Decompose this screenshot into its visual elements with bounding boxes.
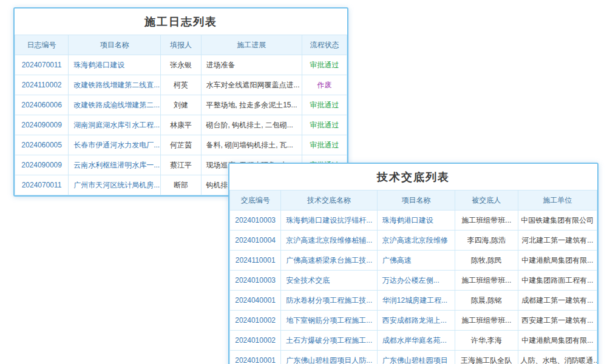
disclosure-id-link[interactable]: 2024010003 <box>230 271 281 291</box>
disclosure-project-link[interactable]: 成都水岸华庭名苑... <box>377 331 455 351</box>
disclosure-project-link[interactable]: 珠海鹤港口建设 <box>377 211 455 231</box>
disclosure-project-link[interactable]: 华润12城房建工程... <box>377 291 455 311</box>
disclosure-row: 2024010002 土石方爆破分项工程施工... 成都水岸华庭名苑... 许华… <box>230 331 597 351</box>
log-project-link[interactable]: 长春市伊通河水力发电厂... <box>69 135 161 155</box>
disclosure-unit-cell: 中建集团路面工程有... <box>518 271 597 291</box>
log-id-link[interactable]: 2024110002 <box>15 75 69 95</box>
status-badge: 审批通过 <box>310 121 339 129</box>
construction-log-title: 施工日志列表 <box>15 8 347 35</box>
disclosure-project-link[interactable]: 广东佛山碧桂园项目 <box>377 351 455 364</box>
tech-disclosure-panel: 技术交底列表 交底编号 技术交底名称 项目名称 被交底人 施工单位 202401… <box>228 163 599 364</box>
disclosure-name-link[interactable]: 广东佛山碧桂园项目人防... <box>281 351 378 364</box>
disclosure-receiver-cell: 王海施工队全队 <box>455 351 518 364</box>
disclosure-id-link[interactable]: 2024040001 <box>230 291 281 311</box>
disclosure-name-link[interactable]: 安全技术交底 <box>281 271 378 291</box>
status-badge: 审批通过 <box>310 61 339 69</box>
disclosure-header-row: 交底编号 技术交底名称 项目名称 被交底人 施工单位 <box>230 190 597 211</box>
log-row: 2024060005 长春市伊通河水力发电厂... 何芷茵 备料, 砌间墙钩机排… <box>15 135 347 155</box>
disclosure-name-link[interactable]: 广佛高速桥梁承台施工技... <box>281 251 378 271</box>
log-id-link[interactable]: 2024070011 <box>15 175 69 195</box>
disclosure-name-link[interactable]: 土石方爆破分项工程施工... <box>281 331 378 351</box>
status-badge: 作废 <box>317 81 331 89</box>
col-header-disclosure-project: 项目名称 <box>377 190 455 211</box>
disclosure-id-link[interactable]: 2024010002 <box>230 311 281 331</box>
disclosure-project-link[interactable]: 京沪高速北京段维修 <box>377 231 455 251</box>
disclosure-row: 2024010003 珠海鹤港口建设抗浮锚杆... 珠海鹤港口建设 施工班组带班… <box>230 211 597 231</box>
disclosure-receiver-cell: 许华,李海 <box>455 331 518 351</box>
log-reporter-cell: 断部 <box>161 175 201 195</box>
log-reporter-cell: 林康平 <box>161 115 201 135</box>
disclosure-receiver-cell: 施工班组带班... <box>455 311 518 331</box>
log-id-link[interactable]: 2024090009 <box>15 155 69 175</box>
disclosure-name-link[interactable]: 珠海鹤港口建设抗浮锚杆... <box>281 211 378 231</box>
disclosure-row: 2024010001 广东佛山碧桂园项目人防... 广东佛山碧桂园项目 王海施工… <box>230 351 597 364</box>
log-project-link[interactable]: 改建铁路线增建第二线直... <box>69 75 161 95</box>
disclosure-row: 2024010002 地下室钢筋分项工程施工... 西安成都路龙湖上... 施工… <box>230 311 597 331</box>
disclosure-project-link[interactable]: 西安成都路龙湖上... <box>377 311 455 331</box>
log-project-link[interactable]: 改建铁路成渝线增建第二... <box>69 95 161 115</box>
log-project-link[interactable]: 珠海鹤港口建设 <box>69 55 161 75</box>
disclosure-id-link[interactable]: 2024010002 <box>230 331 281 351</box>
disclosure-row: 2024010004 京沪高速北京段维修桩辅... 京沪高速北京段维修 李四海,… <box>230 231 597 251</box>
log-id-link[interactable]: 2024060005 <box>15 135 69 155</box>
disclosure-receiver-cell: 李四海,陈浩 <box>455 231 518 251</box>
disclosure-id-link[interactable]: 2024010004 <box>230 231 281 251</box>
log-progress-cell: 进场准备 <box>201 55 302 75</box>
log-reporter-cell: 刘健 <box>161 95 201 115</box>
log-reporter-cell: 蔡江平 <box>161 155 201 175</box>
log-status-cell: 审批通过 <box>302 55 347 75</box>
disclosure-project-link[interactable]: 广佛高速 <box>377 251 455 271</box>
disclosure-id-link[interactable]: 2024010001 <box>230 351 281 364</box>
col-header-disclosure-unit: 施工单位 <box>518 190 597 211</box>
disclosure-name-link[interactable]: 京沪高速北京段维修桩辅... <box>281 231 378 251</box>
log-id-link[interactable]: 2024060006 <box>15 95 69 115</box>
disclosure-unit-cell: 西安建工第一建筑有... <box>518 311 597 331</box>
log-progress-cell: 水车对全线遮阳网覆盖点进... <box>201 75 302 95</box>
col-header-log-id: 日志编号 <box>15 35 69 55</box>
log-progress-cell: 砌台阶, 钩机排土, 二包砌... <box>201 115 302 135</box>
disclosure-row: 2024040001 防水卷材分项工程施工技... 华润12城房建工程... 陈… <box>230 291 597 311</box>
log-reporter-cell: 柯英 <box>161 75 201 95</box>
disclosure-id-link[interactable]: 2024010003 <box>230 211 281 231</box>
disclosure-row: 2024010003 安全技术交底 万达办公楼左侧... 施工班组带班... 中… <box>230 271 597 291</box>
log-header-row: 日志编号 项目名称 填报人 施工进展 流程状态 <box>15 35 347 55</box>
log-status-cell: 审批通过 <box>302 115 347 135</box>
disclosure-name-link[interactable]: 防水卷材分项工程施工技... <box>281 291 378 311</box>
disclosure-receiver-cell: 施工班组带班... <box>455 271 518 291</box>
log-reporter-cell: 张永银 <box>161 55 201 75</box>
log-id-link[interactable]: 2024070011 <box>15 55 69 75</box>
disclosure-project-link[interactable]: 万达办公楼左侧... <box>377 271 455 291</box>
disclosure-row: 2024110001 广佛高速桥梁承台施工技... 广佛高速 陈牧,陈民 中建港… <box>230 251 597 271</box>
col-header-log-project: 项目名称 <box>69 35 161 55</box>
disclosure-unit-cell: 中建港航局集团有限... <box>518 331 597 351</box>
disclosure-id-link[interactable]: 2024110001 <box>230 251 281 271</box>
log-project-link[interactable]: 广州市天河区统计局机房... <box>69 175 161 195</box>
status-badge: 审批通过 <box>310 101 339 109</box>
log-reporter-cell: 何芷茵 <box>161 135 201 155</box>
log-project-link[interactable]: 云南水利枢纽潜明水库一... <box>69 155 161 175</box>
col-header-log-progress: 施工进展 <box>201 35 302 55</box>
tech-disclosure-table: 交底编号 技术交底名称 项目名称 被交底人 施工单位 2024010003 珠海… <box>229 190 597 364</box>
disclosure-unit-cell: 中建港航局集团有限... <box>518 251 597 271</box>
log-id-link[interactable]: 2024090009 <box>15 115 69 135</box>
tech-disclosure-title: 技术交底列表 <box>229 164 597 190</box>
disclosure-receiver-cell: 施工班组带班... <box>455 211 518 231</box>
log-status-cell: 审批通过 <box>302 95 347 115</box>
disclosure-name-link[interactable]: 地下室钢筋分项工程施工... <box>281 311 378 331</box>
log-status-cell: 审批通过 <box>302 135 347 155</box>
disclosure-receiver-cell: 陈晨,陈铭 <box>455 291 518 311</box>
log-progress-cell: 平整场地, 拉走多余泥土15... <box>201 95 302 115</box>
col-header-log-reporter: 填报人 <box>161 35 201 55</box>
log-status-cell: 作废 <box>302 75 347 95</box>
disclosure-unit-cell: 人防、水电、消防暖通... <box>518 351 597 364</box>
col-header-disclosure-receiver: 被交底人 <box>455 190 518 211</box>
col-header-disclosure-id: 交底编号 <box>230 190 281 211</box>
disclosure-unit-cell: 中国铁建集团有限公司 <box>518 211 597 231</box>
log-project-link[interactable]: 湖南洞庭湖水库引水工程... <box>69 115 161 135</box>
log-progress-cell: 备料, 砌间墙钩机排土, 瓦... <box>201 135 302 155</box>
log-row: 2024090009 湖南洞庭湖水库引水工程... 林康平 砌台阶, 钩机排土,… <box>15 115 347 135</box>
disclosure-unit-cell: 河北建工第一建筑有... <box>518 231 597 251</box>
col-header-disclosure-name: 技术交底名称 <box>281 190 378 211</box>
col-header-log-status: 流程状态 <box>302 35 347 55</box>
status-badge: 审批通过 <box>310 141 339 149</box>
